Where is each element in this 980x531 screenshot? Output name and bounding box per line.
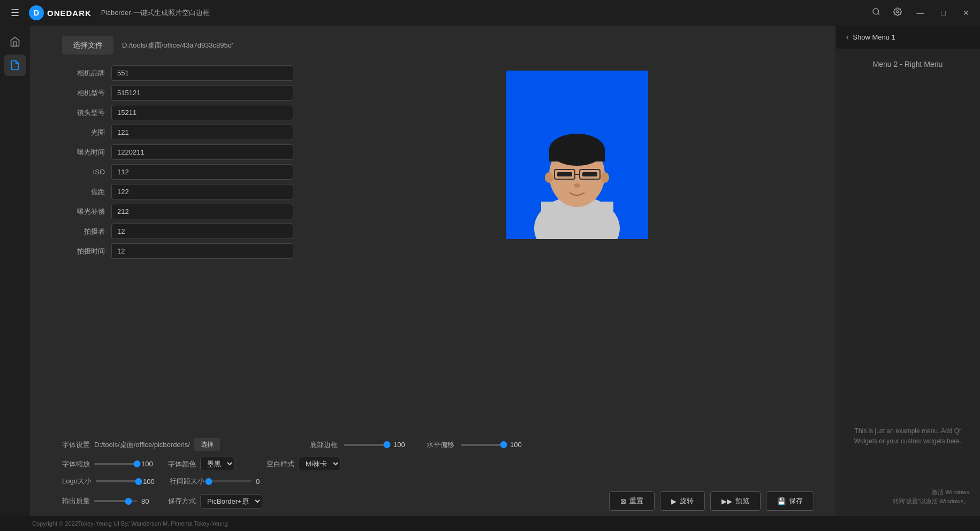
label-exposure-time: 曝光时间 bbox=[62, 148, 105, 157]
menu-toggle-button[interactable]: ☰ bbox=[6, 5, 24, 21]
right-panel-title: Menu 2 - Right Menu bbox=[835, 49, 980, 79]
input-camera-model[interactable] bbox=[111, 85, 293, 101]
svg-point-10 bbox=[545, 172, 553, 183]
logo-text: ONEDARK bbox=[47, 9, 92, 18]
show-menu-button[interactable]: ‹ Show Menu 1 bbox=[835, 26, 980, 49]
oq-dot[interactable] bbox=[125, 498, 132, 505]
form-row-iso: ISO bbox=[62, 164, 319, 180]
label-lens-model: 镜头型号 bbox=[62, 108, 105, 118]
preview-image bbox=[506, 71, 648, 239]
h-offset-value: 100 bbox=[510, 441, 526, 449]
save-method-label: 保存方式 bbox=[168, 496, 196, 506]
minimize-button[interactable]: — bbox=[913, 6, 929, 19]
line-spacing-label: 行间距大小 bbox=[170, 476, 204, 486]
rotate-button[interactable]: ▶ 旋转 bbox=[660, 491, 705, 511]
form-row-exposure-comp: 曝光补偿 bbox=[62, 204, 319, 219]
save-button[interactable]: 💾 保存 bbox=[766, 491, 814, 511]
select-file-button[interactable]: 选择文件 bbox=[62, 36, 113, 55]
image-preview-area bbox=[340, 65, 814, 427]
input-focal-length[interactable] bbox=[111, 184, 293, 199]
svg-rect-9 bbox=[549, 148, 605, 161]
output-quality-label: 输出质量 bbox=[62, 496, 90, 506]
fs-dot[interactable] bbox=[134, 460, 141, 467]
footer-text: Copyright © 2022Tokey-Yeung UI By: Wande… bbox=[32, 520, 228, 527]
form-row-camera-brand: 相机品牌 bbox=[62, 65, 319, 81]
svg-point-0 bbox=[873, 9, 879, 14]
windows-activate: 激活 Windows 转到"设置"以激活 Windows。 bbox=[893, 488, 970, 505]
form-row-aperture: 光圈 bbox=[62, 125, 319, 140]
app-logo: D ONEDARK bbox=[29, 5, 92, 20]
input-exposure-time[interactable] bbox=[111, 144, 293, 160]
font-choose-button[interactable]: 选择 bbox=[194, 438, 220, 451]
input-iso[interactable] bbox=[111, 164, 293, 180]
bottom-border-label: 底部边框 bbox=[310, 440, 338, 450]
font-color-ctrl: 字体颜色 墨黑 bbox=[168, 457, 234, 471]
content-area: 选择文件 D:/tools/桌面/office/43a7d933c895d' 相… bbox=[30, 26, 835, 516]
save-method-select[interactable]: PicBorder+原 bbox=[200, 494, 262, 509]
form-row-photographer: 拍摄者 bbox=[62, 224, 319, 239]
oq-filled bbox=[94, 500, 128, 502]
close-button[interactable]: ✕ bbox=[959, 6, 974, 19]
input-photographer[interactable] bbox=[111, 224, 293, 239]
logo-size-label: Logo大小 bbox=[62, 476, 92, 486]
fs-filled bbox=[94, 463, 137, 465]
rotate-label: 旋转 bbox=[680, 496, 694, 506]
right-panel-description: This is just an example menu. Add Qt Wid… bbox=[835, 421, 980, 452]
form-row-exposure-time: 曝光时间 bbox=[62, 144, 319, 160]
input-camera-brand[interactable] bbox=[111, 65, 293, 81]
reset-button[interactable]: ⊠ 重置 bbox=[609, 491, 655, 511]
output-quality-ctrl: 输出质量 80 bbox=[62, 496, 157, 506]
slider-dot[interactable] bbox=[383, 441, 390, 448]
bottom-border-slider[interactable] bbox=[344, 441, 387, 449]
logo-size-ctrl: Logo大小 100 bbox=[62, 476, 159, 486]
label-focal-length: 焦距 bbox=[62, 187, 105, 197]
blank-style-select[interactable]: Mi袜卡 bbox=[299, 457, 340, 471]
windows-activate-line2: 转到"设置"以激活 Windows。 bbox=[893, 497, 970, 506]
file-row: 选择文件 D:/tools/桌面/office/43a7d933c895d' bbox=[30, 26, 835, 60]
logo-size-slider[interactable] bbox=[96, 478, 139, 485]
input-aperture[interactable] bbox=[111, 125, 293, 140]
search-button[interactable] bbox=[870, 5, 883, 20]
ls-dot[interactable] bbox=[135, 478, 142, 485]
settings-button[interactable] bbox=[891, 5, 904, 20]
svg-point-11 bbox=[601, 172, 609, 183]
font-color-select[interactable]: 墨黑 bbox=[200, 457, 234, 471]
save-method-ctrl: 保存方式 PicBorder+原 bbox=[168, 494, 262, 509]
line-spacing-ctrl: 行间距大小 0 bbox=[170, 476, 272, 486]
blank-style-ctrl: 空白样式 Mi袜卡 bbox=[267, 457, 340, 471]
input-exposure-comp[interactable] bbox=[111, 204, 293, 219]
font-row: 字体设置 D:/tools/桌面/office/picborderls/ 选择 … bbox=[62, 438, 814, 451]
sidebar-item-home[interactable] bbox=[4, 31, 26, 52]
font-scale-slider[interactable] bbox=[94, 460, 137, 468]
h-offset-slider[interactable] bbox=[461, 441, 504, 449]
reset-label: 重置 bbox=[629, 496, 643, 506]
label-shoot-time: 拍摄时间 bbox=[62, 247, 105, 256]
preview-button[interactable]: ▶▶ 预览 bbox=[710, 491, 761, 511]
slider-dot-2[interactable] bbox=[500, 441, 507, 448]
input-lens-model[interactable] bbox=[111, 105, 293, 120]
chevron-left-icon: ‹ bbox=[846, 33, 848, 41]
line-spacing-slider[interactable] bbox=[209, 478, 252, 485]
svg-rect-12 bbox=[557, 172, 572, 176]
form-fields: 相机品牌 相机型号 镜头型号 光圈 曝光时间 bbox=[62, 65, 319, 427]
font-scale-ctrl: 字体缩放 100 bbox=[62, 459, 157, 469]
show-menu-label: Show Menu 1 bbox=[853, 33, 895, 41]
titlebar-controls: — □ ✕ bbox=[870, 5, 974, 20]
font-settings-label: 字体设置 bbox=[62, 440, 90, 450]
input-shoot-time[interactable] bbox=[111, 243, 293, 259]
sidebar-item-document[interactable] bbox=[4, 55, 26, 76]
svg-point-17 bbox=[574, 183, 580, 188]
slider-filled bbox=[344, 444, 387, 446]
blank-style-label: 空白样式 bbox=[267, 459, 294, 469]
output-quality-slider[interactable] bbox=[94, 497, 137, 505]
label-photographer: 拍摄者 bbox=[62, 227, 105, 236]
preview-icon: ▶▶ bbox=[721, 497, 732, 505]
bottom-controls: 字体设置 D:/tools/桌面/office/picborderls/ 选择 … bbox=[30, 433, 835, 516]
sidebar bbox=[0, 26, 30, 516]
rotate-icon: ▶ bbox=[671, 497, 677, 505]
svg-rect-5 bbox=[541, 202, 613, 239]
maximize-button[interactable]: □ bbox=[937, 6, 950, 19]
lsp-dot[interactable] bbox=[205, 478, 212, 485]
form-row-lens-model: 镜头型号 bbox=[62, 105, 319, 120]
save-label: 保存 bbox=[789, 496, 803, 506]
